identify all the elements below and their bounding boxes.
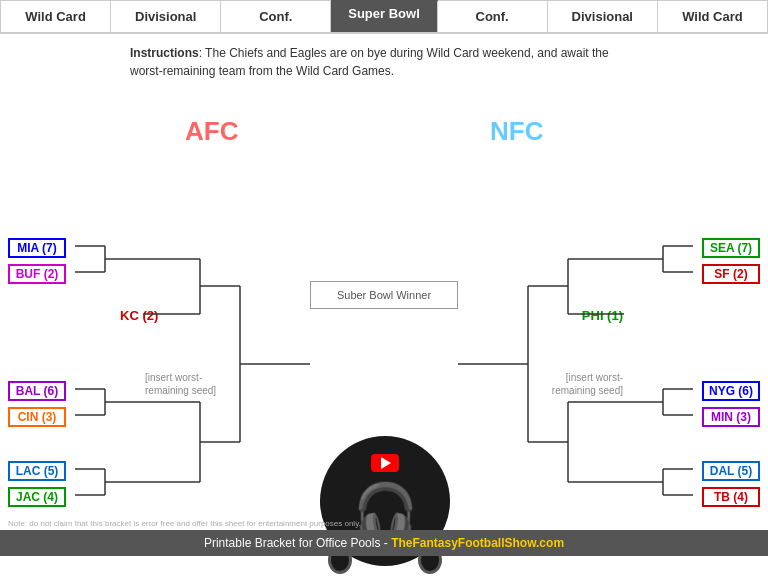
tab-wild-card-left[interactable]: Wild Card <box>0 0 111 32</box>
afc-team-bal: BAL (6) <box>8 381 66 401</box>
afc-team-cin: CIN (3) <box>8 407 66 427</box>
nfc-label: NFC <box>490 116 543 147</box>
nfc-insert-label: [insert worst-remaining seed] <box>552 371 623 397</box>
instructions-label: Instructions <box>130 46 199 60</box>
sb-winner-label: Suber Bowl Winner <box>337 289 431 301</box>
youtube-icon <box>371 454 399 472</box>
nfc-team-sf: SF (2) <box>702 264 760 284</box>
bracket-area: AFC NFC MIA (7) BUF (2) KC (2) BAL (6) C… <box>0 86 768 556</box>
tab-conf-left[interactable]: Conf. <box>221 0 331 32</box>
nfc-team-dal: DAL (5) <box>702 461 760 481</box>
afc-team-buf: BUF (2) <box>8 264 66 284</box>
nfc-team-nyg: NYG (6) <box>702 381 760 401</box>
footer-text: Printable Bracket for Office Pools - <box>204 536 391 550</box>
tab-conf-right[interactable]: Conf. <box>438 0 548 32</box>
footer: Printable Bracket for Office Pools - The… <box>0 530 768 556</box>
tabs-bar: Wild Card Divisional Conf. Super Bowl Co… <box>0 0 768 34</box>
nfc-team-min: MIN (3) <box>702 407 760 427</box>
tab-super-bowl[interactable]: Super Bowl <box>331 0 437 32</box>
afc-label: AFC <box>185 116 238 147</box>
sb-winner-box[interactable]: Suber Bowl Winner <box>310 281 458 309</box>
disclaimer-text: Note: do not claim that this bracket is … <box>8 519 361 528</box>
afc-team-kc: KC (2) <box>120 306 158 324</box>
tab-divisional-left[interactable]: Divisional <box>111 0 221 32</box>
footer-highlight: TheFantasyFootballShow.com <box>391 536 564 550</box>
afc-team-lac: LAC (5) <box>8 461 66 481</box>
nfc-team-phi: PHI (1) <box>582 306 623 324</box>
tab-wild-card-right[interactable]: Wild Card <box>658 0 768 32</box>
nfc-team-sea: SEA (7) <box>702 238 760 258</box>
tab-divisional-right[interactable]: Divisional <box>548 0 658 32</box>
afc-team-jac: JAC (4) <box>8 487 66 507</box>
nfc-team-tb: TB (4) <box>702 487 760 507</box>
instructions-body: : The Chiefs and Eagles are on bye durin… <box>130 46 609 78</box>
instructions-text: Instructions: The Chiefs and Eagles are … <box>0 34 768 86</box>
afc-insert-label: [insert worst-remaining seed] <box>145 371 216 397</box>
afc-team-mia: MIA (7) <box>8 238 66 258</box>
